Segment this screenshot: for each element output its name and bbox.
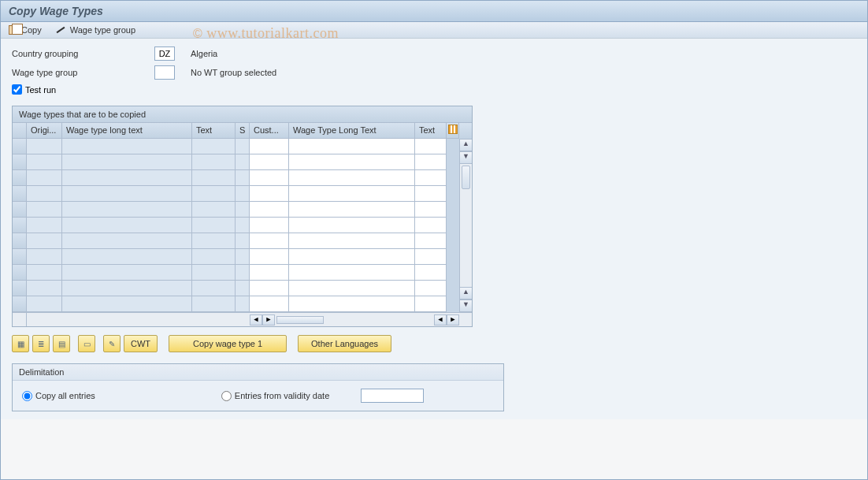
cell-text-2[interactable] (415, 296, 447, 312)
cell-s[interactable] (236, 249, 250, 265)
table-row[interactable] (13, 233, 459, 249)
cell-text-1[interactable] (192, 170, 236, 186)
cell-text-1[interactable] (192, 139, 236, 154)
cell-wage-type-long-text-1[interactable] (62, 218, 192, 233)
table-row[interactable] (13, 170, 459, 186)
cell-cust[interactable] (250, 249, 289, 265)
cell-text-1[interactable] (192, 296, 236, 312)
validity-date-input[interactable] (361, 389, 424, 403)
cell-wage-type-long-text-2[interactable] (289, 202, 415, 218)
country-code-input[interactable] (154, 47, 175, 61)
row-selector[interactable] (13, 233, 27, 249)
cell-text-2[interactable] (415, 281, 447, 296)
cell-wage-type-long-text-2[interactable] (289, 281, 415, 296)
table-row[interactable] (13, 186, 459, 202)
icon-button-1[interactable]: ▦ (12, 335, 29, 352)
table-row[interactable] (13, 154, 459, 170)
row-selector[interactable] (13, 154, 27, 170)
cell-s[interactable] (236, 281, 250, 296)
cell-text-1[interactable] (192, 249, 236, 265)
cell-wage-type-long-text-2[interactable] (289, 296, 415, 312)
cell-origi[interactable] (27, 170, 62, 186)
cell-wage-type-long-text-1[interactable] (62, 139, 192, 154)
cell-origi[interactable] (27, 186, 62, 202)
cell-s[interactable] (236, 218, 250, 233)
cell-cust[interactable] (250, 186, 289, 202)
cwt-button[interactable]: CWT (124, 335, 158, 352)
row-selector[interactable] (13, 296, 27, 312)
cell-cust[interactable] (250, 139, 289, 154)
cell-wage-type-long-text-1[interactable] (62, 233, 192, 249)
cell-s[interactable] (236, 202, 250, 218)
col-header-s[interactable]: S (236, 123, 250, 139)
scroll-down-button[interactable]: ▼ (460, 300, 472, 312)
copy-wage-type-1-button[interactable]: Copy wage type 1 (169, 335, 287, 352)
row-selector[interactable] (13, 170, 27, 186)
cell-text-1[interactable] (192, 281, 236, 296)
row-selector[interactable] (13, 186, 27, 202)
cell-cust[interactable] (250, 265, 289, 281)
row-selector[interactable] (13, 281, 27, 296)
entries-from-validity-radio-wrap[interactable]: Entries from validity date (221, 391, 329, 401)
cell-origi[interactable] (27, 296, 62, 312)
cell-wage-type-long-text-2[interactable] (289, 170, 415, 186)
row-selector[interactable] (13, 202, 27, 218)
cell-wage-type-long-text-2[interactable] (289, 249, 415, 265)
cell-text-1[interactable] (192, 202, 236, 218)
table-row[interactable] (13, 139, 459, 154)
cell-s[interactable] (236, 154, 250, 170)
cell-text-2[interactable] (415, 154, 447, 170)
cell-wage-type-long-text-1[interactable] (62, 154, 192, 170)
cell-text-1[interactable] (192, 233, 236, 249)
col-header-wage-type-long-text-1[interactable]: Wage type long text (62, 123, 192, 139)
cell-origi[interactable] (27, 218, 62, 233)
table-row[interactable] (13, 265, 459, 281)
table-row[interactable] (13, 249, 459, 265)
cell-wage-type-long-text-1[interactable] (62, 249, 192, 265)
scroll-up-button-bottom[interactable]: ▲ (460, 287, 472, 300)
row-selector[interactable] (13, 139, 27, 154)
wage-type-group-code-input[interactable] (154, 65, 175, 80)
cell-wage-type-long-text-2[interactable] (289, 154, 415, 170)
copy-button[interactable]: Copy (9, 25, 42, 35)
col-header-selector[interactable] (13, 123, 27, 139)
scroll-down-button-top[interactable]: ▼ (460, 151, 472, 164)
cell-wage-type-long-text-2[interactable] (289, 218, 415, 233)
row-selector[interactable] (13, 265, 27, 281)
row-selector[interactable] (13, 218, 27, 233)
wage-type-group-button[interactable]: Wage type group (56, 25, 135, 35)
cell-text-2[interactable] (415, 218, 447, 233)
table-row[interactable] (13, 281, 459, 296)
cell-origi[interactable] (27, 281, 62, 296)
cell-wage-type-long-text-2[interactable] (289, 139, 415, 154)
scroll-up-button[interactable]: ▲ (460, 139, 472, 151)
hscroll-left-button-1[interactable]: ◄ (250, 314, 262, 326)
cell-origi[interactable] (27, 202, 62, 218)
hscroll-right-button-2[interactable]: ► (447, 314, 459, 326)
vertical-scrollbar[interactable]: ▲ ▼ ▲ ▼ (459, 139, 472, 312)
cell-origi[interactable] (27, 249, 62, 265)
table-row[interactable] (13, 296, 459, 312)
col-header-origi[interactable]: Origi... (27, 123, 62, 139)
cell-origi[interactable] (27, 265, 62, 281)
row-selector[interactable] (13, 249, 27, 265)
cell-text-1[interactable] (192, 218, 236, 233)
table-row[interactable] (13, 202, 459, 218)
cell-s[interactable] (236, 233, 250, 249)
cell-cust[interactable] (250, 202, 289, 218)
col-header-text-2[interactable]: Text (415, 123, 447, 139)
cell-cust[interactable] (250, 296, 289, 312)
cell-text-1[interactable] (192, 154, 236, 170)
cell-text-2[interactable] (415, 170, 447, 186)
col-header-config[interactable] (447, 123, 459, 139)
col-header-text-1[interactable]: Text (192, 123, 236, 139)
col-header-cust[interactable]: Cust... (250, 123, 289, 139)
cell-text-2[interactable] (415, 139, 447, 154)
cell-text-1[interactable] (192, 265, 236, 281)
hscroll-right-button-1[interactable]: ► (262, 314, 275, 326)
cell-wage-type-long-text-1[interactable] (62, 170, 192, 186)
cell-text-2[interactable] (415, 186, 447, 202)
cell-text-2[interactable] (415, 249, 447, 265)
cell-wage-type-long-text-2[interactable] (289, 186, 415, 202)
cell-s[interactable] (236, 139, 250, 154)
